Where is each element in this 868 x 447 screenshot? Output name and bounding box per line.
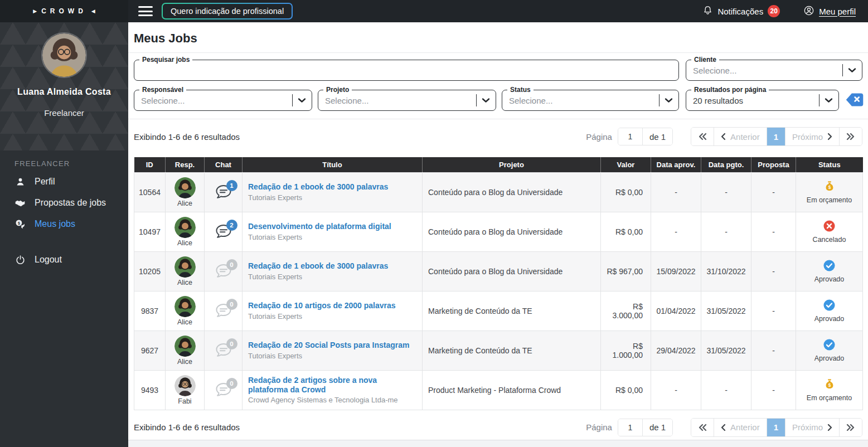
page-number-input[interactable] [618, 419, 643, 436]
prev-page-button[interactable]: Anterior [714, 128, 767, 145]
last-page-button[interactable] [840, 419, 862, 436]
chat-button[interactable]: 1 [214, 184, 233, 201]
results-bar-top: Exibindo 1-6 de 6 resultados Página de 1… [128, 119, 868, 154]
chat-button[interactable]: 0 [214, 382, 233, 399]
job-value-cell: R$ 0,00 [601, 172, 651, 212]
job-project-cell: Marketing de Conteúdo da TE [423, 291, 601, 331]
current-page-button[interactable]: 1 [767, 419, 785, 436]
job-value-cell: R$ 967,00 [601, 251, 651, 291]
responsible-avatar [174, 177, 196, 198]
chat-bubble-icon [214, 273, 233, 281]
search-jobs-field[interactable]: Pesquisar jobs [134, 60, 679, 81]
my-profile-button[interactable]: Meu perfil [803, 5, 856, 18]
logo-text: CROWD [41, 7, 87, 15]
job-responsible-cell: Alice [166, 291, 205, 331]
my-profile-label: Meu perfil [819, 7, 856, 16]
job-value-cell: R$ 3.000,00 [601, 291, 651, 331]
responsible-name: Alice [177, 318, 192, 326]
projeto-label: Projeto [323, 86, 352, 94]
job-subtitle: Crowd Agency Sistemas e Tecnologia Ltda-… [248, 396, 419, 404]
sidebar-item-logout[interactable]: Logout [0, 249, 128, 270]
sidebar-item-label: Propostas de jobs [35, 198, 106, 208]
referral-cta-button[interactable]: Quero indicação de profissional [162, 3, 293, 20]
chat-button[interactable]: 0 [214, 263, 233, 280]
chat-button[interactable]: 0 [214, 342, 233, 359]
user-avatar [41, 32, 87, 78]
current-page-button[interactable]: 1 [767, 128, 785, 145]
status-label: Aprovado [814, 354, 845, 362]
pagination: Anterior 1 Próximo [691, 127, 862, 146]
job-title-link[interactable]: Redação de 1 ebook de 3000 palavras [248, 261, 419, 271]
job-responsible-cell: Alice [166, 212, 205, 251]
page-number-input[interactable] [618, 128, 643, 145]
column-header: Data aprov. [651, 157, 701, 172]
last-page-button[interactable] [840, 128, 862, 145]
job-paid-date-cell: 31/05/2022 [701, 331, 751, 370]
chat-button[interactable]: 0 [214, 303, 233, 319]
cliente-label: Cliente [691, 56, 719, 64]
table-row: 10205 Alice 0 Redação de 1 ebook de [134, 251, 863, 291]
person-icon [14, 176, 26, 187]
job-paid-date-cell: 31/05/2022 [701, 291, 751, 331]
job-title-cell: Redação de 1 ebook de 3000 palavras Tuto… [243, 251, 423, 291]
status-label: Aprovado [814, 275, 845, 283]
search-jobs-input[interactable] [134, 60, 678, 80]
column-header: Chat [205, 157, 243, 172]
column-header: Resp. [166, 157, 205, 172]
chat-button[interactable]: 2 [214, 224, 233, 240]
chat-bubble-icon [214, 312, 233, 321]
svg-text:$: $ [828, 185, 831, 190]
filters-panel: Pesquisar jobs Cliente Selecione... Resp… [128, 53, 868, 119]
brand-logo: ▶ CROWD ◀ [0, 0, 128, 22]
job-title-link[interactable]: Redação de 2 artigos sobre a nova plataf… [248, 376, 419, 395]
cliente-select[interactable]: Cliente Selecione... [686, 60, 862, 81]
job-paid-date-cell: - [701, 212, 751, 251]
sidebar-item-label: Perfil [35, 177, 55, 187]
responsible-avatar [174, 336, 196, 357]
responsible-name: Alice [177, 239, 192, 247]
next-page-button[interactable]: Próximo [785, 419, 840, 436]
chevron-down-icon [665, 98, 673, 103]
status-budget-icon: $ [823, 378, 836, 392]
chat-count-badge: 0 [226, 338, 237, 349]
sidebar-item-meus-jobs[interactable]: $ Meus jobs [0, 213, 128, 235]
job-approved-date-cell: 01/04/2022 [651, 291, 701, 331]
notifications-button[interactable]: Notificações 20 [702, 5, 780, 17]
responsible-avatar [174, 296, 196, 317]
job-title-link[interactable]: Desenvolvimento de plataforma digital [248, 222, 419, 231]
job-chat-cell: 1 [205, 172, 243, 212]
first-page-button[interactable] [691, 128, 714, 145]
status-approved-icon [823, 338, 836, 353]
job-title-cell: Redação de 1 ebook de 3000 palavras Tuto… [243, 172, 423, 212]
clear-filters-button[interactable] [845, 90, 864, 111]
handshake-icon [14, 197, 26, 208]
projeto-value: Selecione... [318, 96, 476, 105]
results-per-page-label: Resultados por página [691, 86, 769, 94]
responsible-avatar [174, 217, 196, 238]
job-proposal-cell: - [751, 212, 796, 251]
job-id-cell: 9837 [134, 291, 166, 331]
results-per-page-select[interactable]: Resultados por página 20 resultados [686, 90, 839, 111]
next-page-button[interactable]: Próximo [785, 128, 840, 145]
column-header: Proposta [751, 157, 796, 172]
chevron-down-icon [825, 98, 833, 103]
job-title-link[interactable]: Redação de 1 ebook de 3000 palavras [248, 182, 419, 192]
job-title-link[interactable]: Redação de 10 artigos de 2000 palavras [248, 301, 419, 310]
sidebar-item-propostas-de-jobs[interactable]: Propostas de jobs [0, 192, 128, 213]
job-subtitle: Tutoriais Experts [248, 273, 419, 281]
column-header: Projeto [423, 157, 601, 172]
status-select[interactable]: Status Selecione... [502, 90, 679, 111]
search-jobs-label: Pesquisar jobs [139, 56, 192, 64]
sidebar-item-label: Logout [35, 255, 62, 265]
responsavel-select[interactable]: Responsável Selecione... [134, 90, 312, 111]
job-title-link[interactable]: Redação de 20 Social Posts para Instagra… [248, 341, 419, 350]
footer-strip [128, 440, 868, 447]
prev-page-button[interactable]: Anterior [714, 419, 767, 436]
job-approved-date-cell: - [651, 370, 701, 410]
chat-count-badge: 0 [226, 378, 237, 389]
hamburger-menu-icon[interactable] [138, 6, 153, 16]
projeto-select[interactable]: Projeto Selecione... [318, 90, 496, 111]
sidebar-section-label: FREELANCER [0, 159, 128, 171]
first-page-button[interactable] [691, 419, 714, 436]
sidebar-item-perfil[interactable]: Perfil [0, 171, 128, 192]
